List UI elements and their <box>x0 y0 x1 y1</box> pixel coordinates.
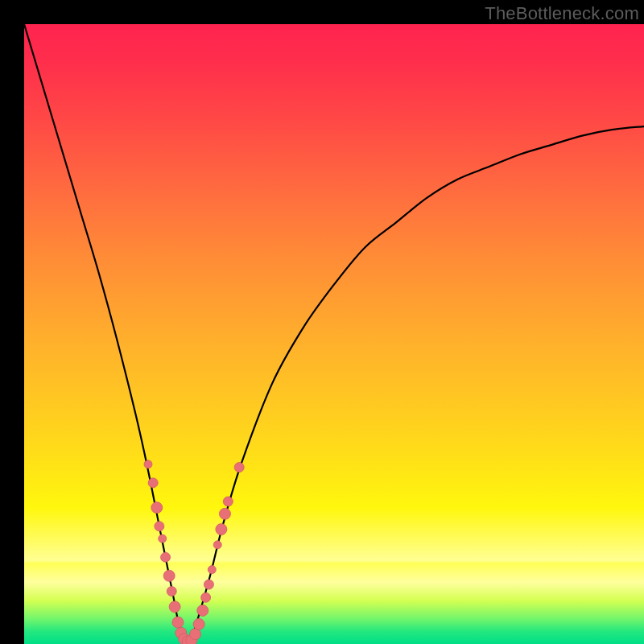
bottleneck-curve <box>24 24 644 644</box>
chart-svg <box>24 24 644 644</box>
curve-marker <box>204 580 213 589</box>
curve-marker <box>219 508 230 519</box>
curve-marker <box>193 618 204 630</box>
curve-marker <box>223 497 233 506</box>
curve-marker <box>144 460 152 469</box>
curve-marker <box>159 535 167 543</box>
curve-marker <box>197 605 208 616</box>
curve-marker <box>216 524 227 535</box>
curve-marker <box>201 592 211 602</box>
curve-marker <box>169 601 180 613</box>
plot-area <box>24 24 644 644</box>
chart-frame: TheBottleneck.com <box>0 0 644 644</box>
curve-marker <box>155 522 164 531</box>
curve-marker <box>167 587 176 597</box>
curve-marker <box>213 541 221 549</box>
curve-marker <box>161 552 171 562</box>
curve-marker <box>163 570 175 581</box>
curve-marker <box>148 478 158 488</box>
curve-marker <box>190 629 201 640</box>
curve-marker <box>234 463 244 473</box>
highlighted-points <box>144 460 244 644</box>
curve-marker <box>208 566 216 574</box>
curve-marker <box>172 617 184 628</box>
watermark-text: TheBottleneck.com <box>485 3 639 24</box>
curve-marker <box>151 502 163 514</box>
